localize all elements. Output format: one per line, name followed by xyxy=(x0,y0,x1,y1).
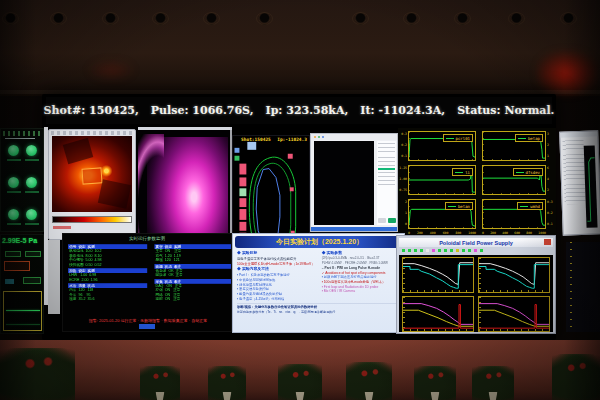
potted-plant xyxy=(140,366,180,400)
potted-plant xyxy=(472,366,514,400)
gauge-box xyxy=(5,251,21,257)
y-tick: 1 xyxy=(547,154,556,158)
slide-body: ◆ 实验目标 高电子温度等离子体运行模式及性能提升 100s全金属壁长脉冲H-m… xyxy=(237,250,403,314)
sidebar-text-block xyxy=(378,172,395,188)
table-group-right: 真空 设定 实测 主泵 ON 正常 充气 1.20 1.19 壁温 120 12… xyxy=(154,243,232,302)
y-tick: 0.3 xyxy=(547,200,556,204)
pf-title: Poloidal Field Power Supply xyxy=(399,238,553,247)
status-led xyxy=(26,209,37,220)
status-led xyxy=(8,145,19,156)
machine-status: Status: Normal. xyxy=(457,104,554,117)
confirm-button[interactable] xyxy=(388,218,396,223)
slide-item: ▪ 电子温度（4-15keV）分布扫描 xyxy=(237,297,317,302)
legend-label: dfsdev xyxy=(526,170,540,175)
table-row: 回旋波 OK 正常 xyxy=(154,273,232,278)
pf-plot-voltage-2 xyxy=(478,296,550,332)
legend-label: wmhd xyxy=(530,204,540,209)
monitor-divider xyxy=(5,138,35,139)
potted-plant xyxy=(0,348,75,400)
potted-plant xyxy=(346,362,392,400)
app-sidebar xyxy=(377,141,396,225)
pf-plot-current-1 xyxy=(402,257,474,293)
ceiling-light xyxy=(508,12,525,25)
potted-plant xyxy=(278,364,322,400)
parameter-table-panel: 实时运行参数监测 信号 设定 实测 纵场电流 10.0 10.2 极向场流 8.… xyxy=(62,233,232,332)
table-row: 快控线圈 0.50 0.52 xyxy=(68,263,147,268)
y-tick: 1.00 xyxy=(399,177,407,181)
ceiling-light xyxy=(454,12,471,25)
table-footer-button[interactable] xyxy=(139,324,155,329)
led-label xyxy=(7,159,21,161)
gauge-box xyxy=(23,277,41,284)
legend-label: betan xyxy=(458,204,470,209)
window-dot-icon xyxy=(322,136,324,138)
sidebar-text-block xyxy=(378,143,395,155)
alarm-ticker: 报警: 2025-01-20 运行正常 · 无新增报警 · 数据采集正常 · 存… xyxy=(66,318,230,323)
ir-camera-titlebar xyxy=(51,131,133,135)
app-buttons xyxy=(378,218,396,223)
ceiling-light xyxy=(203,12,220,25)
potted-plant xyxy=(208,366,246,400)
led-label xyxy=(25,159,39,161)
app-black-viewport xyxy=(314,141,374,225)
plot-li: li xyxy=(408,165,476,195)
y-tick: 1 xyxy=(405,211,407,215)
y-tick: 0.75 xyxy=(399,188,407,192)
vacuum-pressure-readout: 2.99E-5 Pa xyxy=(2,237,37,244)
shot-status-bar: Shot#: 150425, Pulse: 1066.76S, Ip: 323.… xyxy=(46,97,552,124)
cancel-button[interactable] xyxy=(378,218,386,223)
gauge-fill xyxy=(5,279,14,284)
pf-plot-voltage-1 xyxy=(402,296,474,332)
right-screen-text xyxy=(563,140,584,151)
table-row: 定时 ON 正常 xyxy=(154,297,232,302)
sidebar-text-block xyxy=(378,157,395,166)
y-tick: 0.2 xyxy=(401,143,407,147)
ceiling-light xyxy=(152,12,169,25)
pressure-trend-box xyxy=(3,291,42,331)
led-label xyxy=(7,191,21,193)
status-indicator-monitor xyxy=(0,128,44,232)
ir-footer-mark xyxy=(53,226,71,229)
y-tick: 4 xyxy=(547,177,556,181)
close-icon[interactable] xyxy=(544,239,551,245)
right-edge-screen xyxy=(559,130,600,235)
vacuum-monitor: 2.99E-5 Pa xyxy=(0,234,44,334)
trend-plot-grid: 0.3 0.2 0.1 1.25 1.00 0.75 2 1 0 3 2 1 6 xyxy=(398,128,556,238)
pf-power-supply-panel: Poloidal Field Power Supply xyxy=(396,235,556,334)
ceiling-light xyxy=(256,12,273,25)
pressure-trend-line xyxy=(6,310,40,311)
slide-item: ▪ Mo OES / IR Camera xyxy=(322,289,403,294)
status-led xyxy=(8,177,19,188)
led-label xyxy=(25,191,39,193)
ir-camera-image xyxy=(52,136,132,212)
right-screen-plot xyxy=(584,145,598,227)
ceiling-light xyxy=(2,12,19,25)
floor-wall xyxy=(0,340,600,400)
y-tick: 0.1 xyxy=(547,222,556,226)
window-edge-sliver xyxy=(48,240,60,314)
status-led xyxy=(8,209,19,220)
pf-legend-strip xyxy=(402,249,483,252)
sidebar-divider xyxy=(378,168,395,170)
plot-dfsdev: dfsdev xyxy=(482,165,546,195)
right-screen-titlebar xyxy=(560,131,599,137)
table-row: 壁温 120 121 xyxy=(154,258,232,263)
ir-camera-window xyxy=(48,129,136,240)
alarm-box xyxy=(4,261,30,271)
pf-plot-area xyxy=(399,255,553,332)
window-edge xyxy=(44,127,48,305)
ir-hotspot xyxy=(81,167,102,184)
led-label xyxy=(7,223,21,225)
window-dot-icon xyxy=(314,136,316,138)
ceiling xyxy=(0,0,600,96)
control-room-scene: Shot#: 150425, Pulse: 1066.76S, Ip: 323.… xyxy=(0,0,600,400)
ceiling-light xyxy=(560,12,577,25)
y-tick: 0.1 xyxy=(401,154,407,158)
plant-pot xyxy=(295,392,306,400)
experiment-plan-slide: 今日实验计划（2025.1.20） ◆ 实验目标 高电子温度等离子体运行模式及性… xyxy=(232,233,405,333)
plant-pot xyxy=(364,392,375,400)
slide-right-column: ◆ 实验参数 (2N) Ip=0.3-0.4MA，ne=2.0-3.5，Bt=±… xyxy=(322,250,403,301)
right-screen-text xyxy=(564,184,586,205)
y-tick: 0.2 xyxy=(547,211,556,215)
legend-label: betap xyxy=(528,136,540,141)
